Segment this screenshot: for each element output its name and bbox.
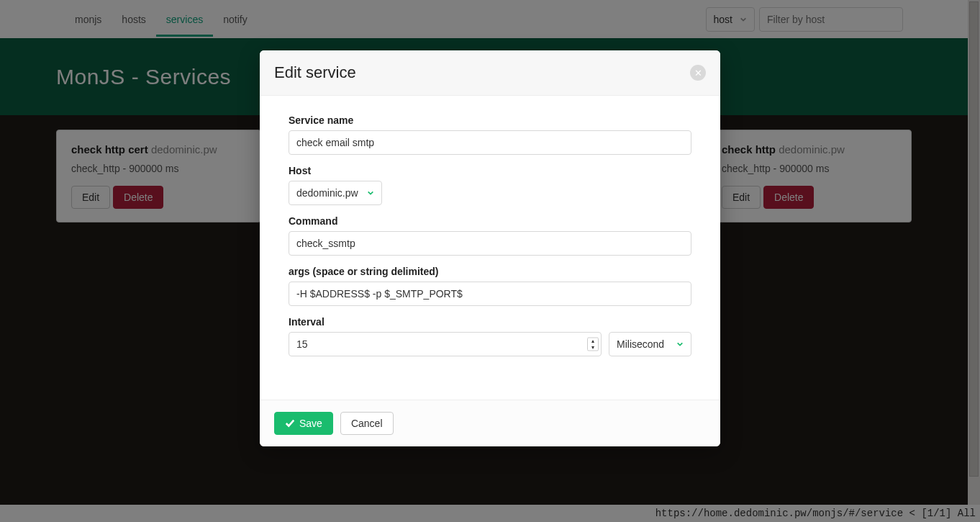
- spinner-down-icon[interactable]: ▾: [588, 345, 598, 351]
- command-input[interactable]: [289, 231, 691, 256]
- interval-unit-select[interactable]: Milisecond: [609, 332, 691, 356]
- chevron-down-icon: [676, 341, 684, 348]
- label-service-name: Service name: [289, 114, 691, 126]
- edit-service-modal: Edit service ✕ Service name Host dedomin…: [260, 50, 720, 446]
- service-name-input[interactable]: [289, 130, 691, 155]
- number-spinner[interactable]: ▴ ▾: [587, 338, 599, 351]
- modal-footer: Save Cancel: [260, 400, 720, 446]
- label-host: Host: [289, 165, 691, 176]
- host-select[interactable]: dedominic.pw: [289, 181, 382, 205]
- modal-title: Edit service: [274, 63, 356, 82]
- modal-header: Edit service ✕: [260, 50, 720, 96]
- modal-body: Service name Host dedominic.pw Command a…: [260, 96, 720, 400]
- label-command: Command: [289, 215, 691, 227]
- chevron-down-icon: [367, 189, 374, 197]
- interval-unit-value: Milisecond: [617, 338, 664, 350]
- save-button[interactable]: Save: [274, 412, 333, 435]
- label-interval: Interval: [289, 316, 691, 328]
- host-select-value: dedominic.pw: [296, 187, 358, 199]
- close-icon: ✕: [694, 68, 702, 78]
- cancel-button[interactable]: Cancel: [340, 412, 394, 435]
- args-input[interactable]: [289, 282, 691, 306]
- spinner-up-icon[interactable]: ▴: [588, 338, 598, 344]
- interval-input[interactable]: [289, 332, 602, 356]
- check-icon: [285, 418, 295, 428]
- close-button[interactable]: ✕: [690, 65, 706, 81]
- label-args: args (space or string delimited): [289, 266, 691, 277]
